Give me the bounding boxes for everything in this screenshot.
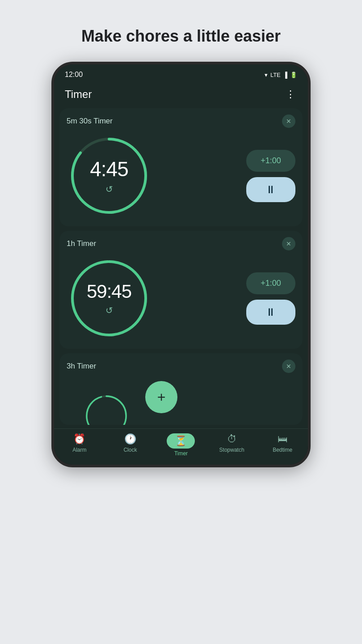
- timer-2-pause-icon: ⏸: [265, 306, 276, 318]
- timer-2-inner: 59:45 ↺: [67, 256, 152, 341]
- nav-item-timer[interactable]: ⏳ Timer: [163, 433, 199, 457]
- timer-card-3-header: 3h Timer ✕: [67, 360, 295, 373]
- timer-2-add-button[interactable]: +1:00: [246, 272, 295, 294]
- app-header: Timer ⋮: [54, 82, 308, 108]
- timer-1-circle[interactable]: 4:45 ↺: [67, 133, 152, 218]
- menu-button[interactable]: ⋮: [284, 87, 297, 102]
- page-title: Make chores a little easier: [81, 27, 281, 46]
- bottom-nav: ⏰ Alarm 🕐 Clock ⏳ Timer ⏱ Sto: [54, 428, 308, 465]
- timer-1-label: 5m 30s Timer: [67, 117, 113, 126]
- timer-1-close-button[interactable]: ✕: [282, 114, 295, 128]
- timer-2-buttons: +1:00 ⏸: [246, 272, 295, 325]
- nav-bedtime-label: Bedtime: [273, 447, 292, 453]
- timer-1-display: 4:45: [90, 157, 128, 181]
- status-icons: ▾ LTE ▐ 🔋: [265, 72, 297, 78]
- timer-2-circle[interactable]: 59:45 ↺: [67, 256, 152, 341]
- timer-2-pause-button[interactable]: ⏸: [246, 300, 295, 325]
- nav-item-stopwatch[interactable]: ⏱ Stopwatch: [214, 433, 250, 457]
- timer-3-label: 3h Timer: [67, 362, 96, 371]
- nav-item-alarm[interactable]: ⏰ Alarm: [62, 433, 97, 457]
- timer-2-body: 59:45 ↺ +1:00 ⏸: [67, 256, 295, 341]
- nav-item-clock[interactable]: 🕐 Clock: [112, 433, 148, 457]
- timer-card-1-header: 5m 30s Timer ✕: [67, 114, 295, 128]
- svg-point-5: [87, 396, 126, 425]
- timer-card-2: 1h Timer ✕ 59:45 ↺: [59, 231, 303, 349]
- status-bar: 12:00 ▾ LTE ▐ 🔋: [54, 64, 308, 82]
- timer-2-display: 59:45: [87, 281, 131, 302]
- nav-stopwatch-label: Stopwatch: [219, 447, 244, 453]
- bedtime-icon: 🛏: [278, 433, 287, 445]
- wifi-icon: ▾: [265, 72, 268, 78]
- clock-icon: 🕐: [124, 433, 136, 445]
- timer-1-buttons: +1:00 ⏸: [246, 150, 295, 202]
- timer-2-reset-icon[interactable]: ↺: [105, 305, 113, 316]
- signal-icon: ▐: [283, 72, 287, 78]
- timer-2-label: 1h Timer: [67, 239, 96, 248]
- timer-card-1: 5m 30s Timer ✕ 4:45 ↺: [59, 108, 303, 226]
- timer-card-2-header: 1h Timer ✕: [67, 237, 295, 250]
- timer-1-pause-button[interactable]: ⏸: [246, 177, 295, 202]
- timer-3-close-button[interactable]: ✕: [282, 360, 295, 373]
- phone-screen: 12:00 ▾ LTE ▐ 🔋 Timer ⋮ 5m 30s Timer ✕: [54, 64, 308, 465]
- timer-1-pause-icon: ⏸: [265, 183, 276, 196]
- battery-icon: 🔋: [290, 72, 297, 78]
- scroll-area: 5m 30s Timer ✕ 4:45 ↺: [54, 108, 308, 428]
- nav-clock-label: Clock: [123, 447, 137, 453]
- timer-icon: ⏳: [175, 435, 187, 447]
- svg-point-4: [87, 396, 126, 425]
- stopwatch-icon: ⏱: [227, 433, 237, 445]
- timer-1-inner: 4:45 ↺: [67, 133, 152, 218]
- nav-alarm-label: Alarm: [72, 447, 86, 453]
- add-timer-button[interactable]: +: [145, 381, 177, 413]
- timer-card-3: 3h Timer ✕ +: [59, 353, 303, 425]
- app-title: Timer: [65, 88, 92, 101]
- timer-1-reset-icon[interactable]: ↺: [105, 184, 113, 195]
- alarm-icon: ⏰: [73, 433, 85, 445]
- nav-timer-label: Timer: [174, 450, 188, 457]
- phone-frame: 12:00 ▾ LTE ▐ 🔋 Timer ⋮ 5m 30s Timer ✕: [51, 62, 311, 467]
- timer-2-close-button[interactable]: ✕: [282, 237, 295, 250]
- timer-1-add-button[interactable]: +1:00: [246, 150, 295, 172]
- status-time: 12:00: [65, 71, 83, 79]
- lte-label: LTE: [270, 72, 281, 78]
- timer-1-body: 4:45 ↺ +1:00 ⏸: [67, 133, 295, 218]
- nav-item-bedtime[interactable]: 🛏 Bedtime: [265, 433, 300, 457]
